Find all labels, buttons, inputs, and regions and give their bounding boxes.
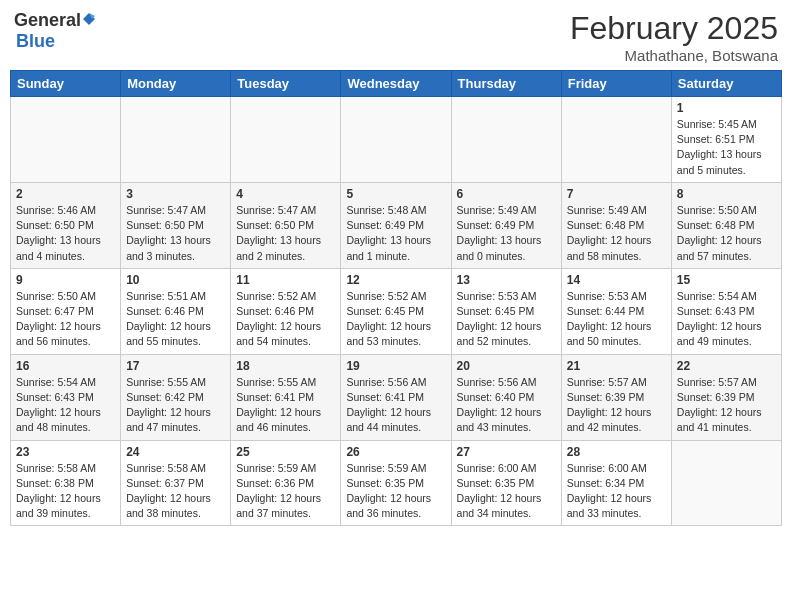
day-number: 16 (16, 359, 115, 373)
calendar-day-cell: 3Sunrise: 5:47 AM Sunset: 6:50 PM Daylig… (121, 182, 231, 268)
calendar-day-cell: 25Sunrise: 5:59 AM Sunset: 6:36 PM Dayli… (231, 440, 341, 526)
day-number: 15 (677, 273, 776, 287)
day-info: Sunrise: 5:55 AM Sunset: 6:41 PM Dayligh… (236, 375, 335, 436)
calendar-day-cell: 15Sunrise: 5:54 AM Sunset: 6:43 PM Dayli… (671, 268, 781, 354)
day-number: 17 (126, 359, 225, 373)
day-of-week-header: Friday (561, 71, 671, 97)
calendar-day-cell: 6Sunrise: 5:49 AM Sunset: 6:49 PM Daylig… (451, 182, 561, 268)
day-number: 20 (457, 359, 556, 373)
day-number: 2 (16, 187, 115, 201)
calendar-day-cell: 5Sunrise: 5:48 AM Sunset: 6:49 PM Daylig… (341, 182, 451, 268)
day-info: Sunrise: 5:52 AM Sunset: 6:45 PM Dayligh… (346, 289, 445, 350)
day-of-week-header: Tuesday (231, 71, 341, 97)
calendar-day-cell: 16Sunrise: 5:54 AM Sunset: 6:43 PM Dayli… (11, 354, 121, 440)
calendar-day-cell: 4Sunrise: 5:47 AM Sunset: 6:50 PM Daylig… (231, 182, 341, 268)
day-number: 22 (677, 359, 776, 373)
day-info: Sunrise: 5:59 AM Sunset: 6:35 PM Dayligh… (346, 461, 445, 522)
day-info: Sunrise: 5:57 AM Sunset: 6:39 PM Dayligh… (567, 375, 666, 436)
day-number: 9 (16, 273, 115, 287)
day-info: Sunrise: 5:49 AM Sunset: 6:48 PM Dayligh… (567, 203, 666, 264)
page-header: General Blue February 2025 Mathathane, B… (10, 10, 782, 64)
calendar-header-row: SundayMondayTuesdayWednesdayThursdayFrid… (11, 71, 782, 97)
day-info: Sunrise: 5:56 AM Sunset: 6:41 PM Dayligh… (346, 375, 445, 436)
day-info: Sunrise: 5:50 AM Sunset: 6:47 PM Dayligh… (16, 289, 115, 350)
day-info: Sunrise: 5:52 AM Sunset: 6:46 PM Dayligh… (236, 289, 335, 350)
day-info: Sunrise: 5:50 AM Sunset: 6:48 PM Dayligh… (677, 203, 776, 264)
day-number: 1 (677, 101, 776, 115)
calendar-day-cell: 23Sunrise: 5:58 AM Sunset: 6:38 PM Dayli… (11, 440, 121, 526)
day-info: Sunrise: 5:49 AM Sunset: 6:49 PM Dayligh… (457, 203, 556, 264)
calendar-day-cell (11, 97, 121, 183)
day-number: 26 (346, 445, 445, 459)
calendar-week-row: 2Sunrise: 5:46 AM Sunset: 6:50 PM Daylig… (11, 182, 782, 268)
day-info: Sunrise: 5:47 AM Sunset: 6:50 PM Dayligh… (126, 203, 225, 264)
day-info: Sunrise: 5:47 AM Sunset: 6:50 PM Dayligh… (236, 203, 335, 264)
calendar-day-cell: 17Sunrise: 5:55 AM Sunset: 6:42 PM Dayli… (121, 354, 231, 440)
logo-icon (82, 12, 96, 26)
calendar-day-cell: 19Sunrise: 5:56 AM Sunset: 6:41 PM Dayli… (341, 354, 451, 440)
day-number: 27 (457, 445, 556, 459)
location-subtitle: Mathathane, Botswana (570, 47, 778, 64)
day-info: Sunrise: 5:54 AM Sunset: 6:43 PM Dayligh… (677, 289, 776, 350)
day-of-week-header: Thursday (451, 71, 561, 97)
calendar-day-cell: 1Sunrise: 5:45 AM Sunset: 6:51 PM Daylig… (671, 97, 781, 183)
calendar-day-cell: 27Sunrise: 6:00 AM Sunset: 6:35 PM Dayli… (451, 440, 561, 526)
day-of-week-header: Monday (121, 71, 231, 97)
calendar-day-cell: 2Sunrise: 5:46 AM Sunset: 6:50 PM Daylig… (11, 182, 121, 268)
day-number: 13 (457, 273, 556, 287)
day-info: Sunrise: 5:58 AM Sunset: 6:37 PM Dayligh… (126, 461, 225, 522)
day-info: Sunrise: 5:53 AM Sunset: 6:44 PM Dayligh… (567, 289, 666, 350)
logo-blue: Blue (16, 31, 55, 51)
calendar-day-cell: 24Sunrise: 5:58 AM Sunset: 6:37 PM Dayli… (121, 440, 231, 526)
calendar-day-cell (561, 97, 671, 183)
calendar-day-cell: 8Sunrise: 5:50 AM Sunset: 6:48 PM Daylig… (671, 182, 781, 268)
calendar-week-row: 9Sunrise: 5:50 AM Sunset: 6:47 PM Daylig… (11, 268, 782, 354)
calendar-day-cell (451, 97, 561, 183)
day-info: Sunrise: 6:00 AM Sunset: 6:34 PM Dayligh… (567, 461, 666, 522)
day-info: Sunrise: 6:00 AM Sunset: 6:35 PM Dayligh… (457, 461, 556, 522)
calendar-day-cell: 28Sunrise: 6:00 AM Sunset: 6:34 PM Dayli… (561, 440, 671, 526)
logo: General Blue (14, 10, 96, 52)
day-number: 11 (236, 273, 335, 287)
day-info: Sunrise: 5:57 AM Sunset: 6:39 PM Dayligh… (677, 375, 776, 436)
calendar-day-cell (671, 440, 781, 526)
day-info: Sunrise: 5:55 AM Sunset: 6:42 PM Dayligh… (126, 375, 225, 436)
day-info: Sunrise: 5:56 AM Sunset: 6:40 PM Dayligh… (457, 375, 556, 436)
day-of-week-header: Wednesday (341, 71, 451, 97)
day-number: 6 (457, 187, 556, 201)
calendar-day-cell: 14Sunrise: 5:53 AM Sunset: 6:44 PM Dayli… (561, 268, 671, 354)
calendar-day-cell: 26Sunrise: 5:59 AM Sunset: 6:35 PM Dayli… (341, 440, 451, 526)
day-number: 8 (677, 187, 776, 201)
calendar-day-cell: 12Sunrise: 5:52 AM Sunset: 6:45 PM Dayli… (341, 268, 451, 354)
calendar-day-cell: 10Sunrise: 5:51 AM Sunset: 6:46 PM Dayli… (121, 268, 231, 354)
day-number: 21 (567, 359, 666, 373)
day-info: Sunrise: 5:58 AM Sunset: 6:38 PM Dayligh… (16, 461, 115, 522)
day-of-week-header: Sunday (11, 71, 121, 97)
day-number: 24 (126, 445, 225, 459)
day-info: Sunrise: 5:51 AM Sunset: 6:46 PM Dayligh… (126, 289, 225, 350)
day-number: 18 (236, 359, 335, 373)
day-number: 3 (126, 187, 225, 201)
day-of-week-header: Saturday (671, 71, 781, 97)
day-number: 23 (16, 445, 115, 459)
day-number: 28 (567, 445, 666, 459)
logo-general: General (14, 10, 81, 31)
calendar-day-cell: 18Sunrise: 5:55 AM Sunset: 6:41 PM Dayli… (231, 354, 341, 440)
day-info: Sunrise: 5:45 AM Sunset: 6:51 PM Dayligh… (677, 117, 776, 178)
day-info: Sunrise: 5:53 AM Sunset: 6:45 PM Dayligh… (457, 289, 556, 350)
day-number: 19 (346, 359, 445, 373)
day-info: Sunrise: 5:46 AM Sunset: 6:50 PM Dayligh… (16, 203, 115, 264)
calendar-week-row: 1Sunrise: 5:45 AM Sunset: 6:51 PM Daylig… (11, 97, 782, 183)
day-number: 5 (346, 187, 445, 201)
calendar-day-cell: 13Sunrise: 5:53 AM Sunset: 6:45 PM Dayli… (451, 268, 561, 354)
calendar-day-cell: 20Sunrise: 5:56 AM Sunset: 6:40 PM Dayli… (451, 354, 561, 440)
svg-marker-0 (83, 13, 95, 25)
calendar-week-row: 23Sunrise: 5:58 AM Sunset: 6:38 PM Dayli… (11, 440, 782, 526)
day-info: Sunrise: 5:48 AM Sunset: 6:49 PM Dayligh… (346, 203, 445, 264)
month-year-title: February 2025 (570, 10, 778, 47)
day-number: 7 (567, 187, 666, 201)
day-number: 25 (236, 445, 335, 459)
calendar-day-cell: 9Sunrise: 5:50 AM Sunset: 6:47 PM Daylig… (11, 268, 121, 354)
calendar-week-row: 16Sunrise: 5:54 AM Sunset: 6:43 PM Dayli… (11, 354, 782, 440)
day-number: 14 (567, 273, 666, 287)
